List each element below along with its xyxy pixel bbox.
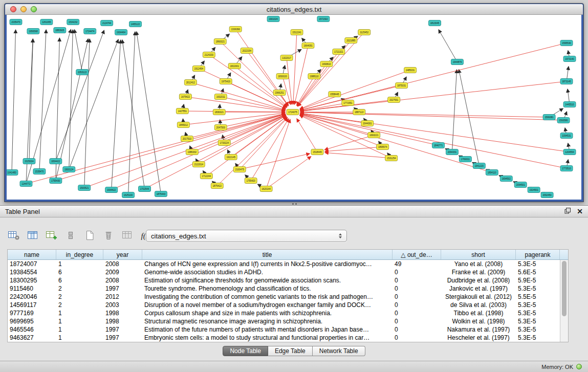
tab-node-table[interactable]: Node Table bbox=[223, 346, 268, 356]
table-row[interactable]: 911546021997Tourette syndrome. Phenomeno… bbox=[8, 285, 568, 293]
graph-node[interactable]: 1531254 bbox=[385, 156, 398, 161]
graph-node[interactable]: 1755430 bbox=[50, 178, 62, 184]
graph-node[interactable]: 1558445 bbox=[329, 92, 341, 97]
graph-node[interactable]: 1956568 bbox=[27, 29, 39, 34]
table-row[interactable]: 977716911998Corpus callosum shape and si… bbox=[8, 309, 568, 317]
graph-node[interactable]: 1894110 bbox=[486, 170, 498, 176]
graph-node[interactable]: 1512241 bbox=[291, 30, 303, 35]
graph-node[interactable]: 2022154 bbox=[241, 48, 253, 54]
graph-node[interactable]: 1845012 bbox=[177, 122, 189, 128]
tab-network-table[interactable]: Network Table bbox=[313, 346, 365, 356]
delete-table-button[interactable] bbox=[120, 229, 135, 243]
table-row[interactable]: 946362711997Embryonic stem cells: a mode… bbox=[8, 334, 568, 342]
new-table-button[interactable] bbox=[82, 229, 97, 243]
table-row[interactable]: 2242004622012Investigating the contribut… bbox=[8, 293, 568, 301]
graph-node[interactable]: 1934464 bbox=[115, 30, 127, 35]
table-source-select[interactable]: citations_edges.txt bbox=[146, 230, 347, 242]
graph-node[interactable]: 1966251 bbox=[273, 90, 286, 96]
table-row[interactable]: 946554611997Estimation of the future num… bbox=[8, 325, 568, 334]
graph-node[interactable]: 2094501 bbox=[514, 182, 527, 188]
graph-node[interactable]: 1518445 bbox=[311, 149, 323, 155]
graph-node[interactable]: 1900124 bbox=[63, 167, 75, 172]
close-window-button[interactable] bbox=[10, 6, 16, 12]
graph-node[interactable]: 2100475 bbox=[233, 167, 246, 172]
table-scrollbar[interactable] bbox=[560, 260, 568, 342]
graph-node[interactable]: 2027631 bbox=[388, 97, 400, 103]
graph-node[interactable]: 1973140 bbox=[563, 56, 576, 62]
graph-node[interactable]: 1632011 bbox=[214, 94, 227, 100]
graph-node[interactable]: 1534232 bbox=[67, 19, 79, 25]
column-header-out_de[interactable]: △ out_de… bbox=[393, 250, 441, 259]
graph-node[interactable]: 2012412 bbox=[184, 80, 197, 85]
graph-node[interactable]: 2122014 bbox=[192, 162, 205, 167]
table-row[interactable]: 1872400712008Changes of HCN gene express… bbox=[8, 260, 568, 268]
graph-node[interactable]: 1860021 bbox=[214, 39, 226, 45]
graph-node[interactable]: 1924501 bbox=[528, 187, 540, 193]
graph-node[interactable]: 2047500 bbox=[214, 125, 227, 130]
graph-node[interactable]: 1944879 bbox=[451, 59, 463, 65]
scrollbar-thumb[interactable] bbox=[562, 261, 567, 316]
graph-node[interactable]: 1875031 bbox=[396, 83, 408, 89]
table-row[interactable]: 969969511998Structural magnetic resonanc… bbox=[8, 317, 568, 325]
graph-node[interactable]: 1873145 bbox=[560, 79, 573, 84]
graph-node[interactable]: 1724474 bbox=[84, 29, 96, 34]
graph-node[interactable]: 1572310 bbox=[317, 16, 330, 22]
graph-node[interactable]: 1912454 bbox=[192, 66, 205, 72]
table-row[interactable]: 1456911722003Disruption of a novel membe… bbox=[8, 301, 568, 309]
column-header-pagerank[interactable]: pagerank bbox=[516, 250, 560, 259]
graph-node[interactable]: 1041483 bbox=[7, 170, 18, 176]
table-row[interactable]: 1830029562008Estimation of significance … bbox=[8, 276, 568, 285]
graph-node[interactable]: 1875422 bbox=[211, 183, 223, 189]
graph-node[interactable]: 2044301 bbox=[361, 121, 374, 126]
graph-node[interactable]: 2124200 bbox=[203, 52, 215, 58]
graph-node[interactable]: 1822001 bbox=[228, 63, 241, 69]
graph-node[interactable]: 1988110 bbox=[308, 74, 320, 79]
graph-node[interactable]: 1675422 bbox=[179, 94, 191, 100]
graph-node[interactable]: 1830020 bbox=[276, 74, 289, 79]
graph-node[interactable]: 1261065 bbox=[40, 19, 53, 25]
graph-node[interactable]: 1620144 bbox=[260, 186, 272, 192]
graph-node[interactable]: 1094531 bbox=[560, 133, 573, 139]
graph-node[interactable]: 1834422 bbox=[50, 159, 62, 164]
column-header-title[interactable]: title bbox=[142, 250, 393, 259]
network-window-titlebar[interactable]: citations_edges.txt bbox=[5, 4, 583, 15]
graph-node[interactable]: 1830021 bbox=[213, 110, 225, 115]
graph-node[interactable]: 1934422 bbox=[105, 187, 118, 193]
graph-node[interactable]: 1625100 bbox=[122, 192, 135, 198]
graph-node[interactable]: 2485031 bbox=[404, 68, 417, 73]
graph-node[interactable]: 1875443 bbox=[155, 191, 167, 197]
graph-node[interactable]: 1771551 bbox=[342, 100, 354, 106]
graph-node[interactable]: 1593580 bbox=[557, 118, 570, 123]
graph-node[interactable]: 1975420 bbox=[220, 79, 232, 84]
show-columns-button[interactable] bbox=[25, 229, 40, 243]
delete-columns-button[interactable] bbox=[101, 229, 116, 243]
graph-node[interactable]: 1922145 bbox=[225, 155, 237, 160]
network-canvas[interactable]: 1724075203547019565681261065188390515342… bbox=[7, 15, 581, 200]
graph-node[interactable]: 2053122 bbox=[76, 70, 89, 75]
graph-node[interactable]: 1664091 bbox=[302, 43, 314, 49]
graph-node[interactable]: 2017510 bbox=[181, 136, 193, 142]
minimize-window-button[interactable] bbox=[20, 6, 27, 12]
row-options-button[interactable] bbox=[63, 229, 78, 243]
graph-node[interactable]: 1733224 bbox=[218, 140, 230, 146]
zoom-window-button[interactable] bbox=[31, 6, 37, 12]
graph-node[interactable]: 2124744 bbox=[101, 20, 113, 26]
graph-node[interactable]: 2206390 bbox=[229, 27, 242, 32]
graph-node[interactable]: 1769311 bbox=[459, 157, 471, 162]
graph-node[interactable]: 2025004 bbox=[23, 159, 35, 164]
tab-edge-table[interactable]: Edge Table bbox=[268, 346, 313, 356]
close-panel-icon[interactable]: ✕ bbox=[577, 208, 583, 215]
graph-node[interactable]: 1941220 bbox=[473, 163, 485, 169]
graph-node[interactable]: 1846771 bbox=[432, 143, 445, 148]
graph-node[interactable]: 1724075 bbox=[287, 110, 299, 115]
graph-node[interactable]: 1693610 bbox=[320, 61, 333, 67]
graph-node[interactable]: 1702544 bbox=[139, 186, 151, 192]
table-row[interactable]: 1938455462009Genome-wide association stu… bbox=[8, 268, 568, 276]
graph-node[interactable]: 2092450 bbox=[541, 192, 553, 198]
float-panel-icon[interactable] bbox=[564, 207, 571, 216]
graph-node[interactable]: 1204554 bbox=[563, 149, 576, 155]
graph-node[interactable]: 1693221 bbox=[368, 133, 380, 138]
graph-node[interactable]: 1595530 bbox=[560, 40, 573, 46]
graph-node[interactable]: 1322017 bbox=[280, 55, 293, 61]
column-header-in_degree[interactable]: in_degree bbox=[56, 250, 103, 259]
